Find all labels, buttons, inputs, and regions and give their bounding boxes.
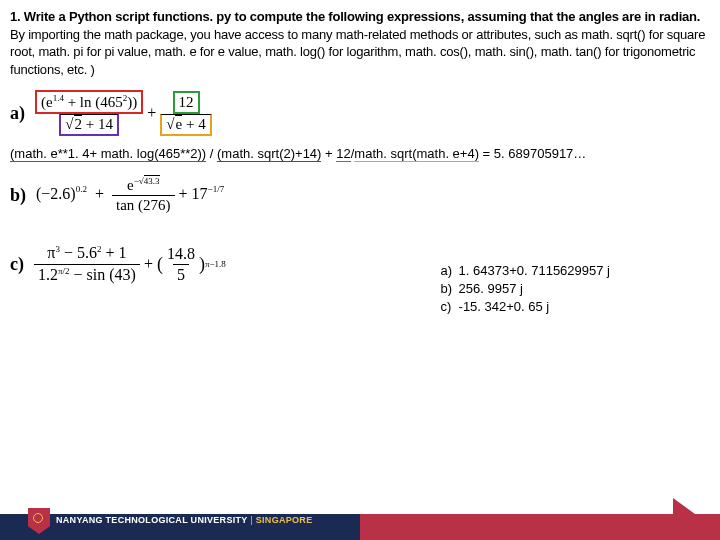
numerator-a1-box: (e1.4 + ln (4652)) — [35, 90, 143, 114]
label-a: a) — [10, 103, 25, 124]
fraction-a2: 12 e + 4 — [160, 91, 211, 136]
logo-main-text: NANYANG TECHNOLOGICAL UNIVERSITY | SINGA… — [56, 516, 312, 526]
question-rest: By importing the math package, you have … — [10, 27, 705, 77]
expression-a: a) (e1.4 + ln (4652)) 2 + 14 + 12 e + 4 — [10, 90, 710, 136]
plus-sign: + — [147, 104, 156, 122]
part-red: (math. e**1. 4+ math. log(465**2)) — [10, 146, 206, 162]
label-c: c) — [10, 254, 24, 275]
part-green: 12 — [336, 146, 350, 162]
question-bold: 1. Write a Python script functions. py t… — [10, 9, 700, 24]
sqrt-icon: 2 — [65, 116, 82, 133]
part-orange: math. sqrt(math. e+4) — [354, 146, 479, 162]
slide-content: 1. Write a Python script functions. py t… — [0, 0, 720, 285]
footer: NANYANG TECHNOLOGICAL UNIVERSITY | SINGA… — [0, 492, 720, 540]
numerator-a2-box: 12 — [173, 91, 200, 114]
answer-c: c)-15. 342+0. 65 j — [441, 298, 610, 316]
denominator-a1-box: 2 + 14 — [59, 114, 119, 136]
shield-icon — [28, 508, 50, 534]
answer-a: a)1. 64373+0. 7115629957 j — [441, 262, 610, 280]
fraction-c1: π3 − 5.62 + 1 1.2π/2 − sin (43) — [34, 243, 140, 285]
python-expression-line: (math. e**1. 4+ math. log(465**2)) / (ma… — [10, 146, 710, 161]
fraction-a1: (e1.4 + ln (4652)) 2 + 14 — [35, 90, 143, 136]
sqrt-icon: e — [166, 116, 182, 133]
part-purple: (math. sqrt(2)+14) — [217, 146, 321, 162]
answer-b: b)256. 9957 j — [441, 280, 610, 298]
question-text: 1. Write a Python script functions. py t… — [10, 8, 710, 78]
answers-list: a)1. 64373+0. 7115629957 j b)256. 9957 j… — [441, 262, 610, 317]
denominator-a2-box: e + 4 — [160, 114, 211, 136]
label-b: b) — [10, 185, 26, 206]
fraction-c2: 14.8 5 — [163, 244, 199, 285]
result: = 5. 689705917… — [479, 146, 586, 161]
expression-b: b) (−2.6)0.2 + e−√43.3 tan (276) + 17−1/… — [10, 175, 710, 215]
fraction-b: e−√43.3 tan (276) — [112, 175, 175, 215]
university-logo: NANYANG TECHNOLOGICAL UNIVERSITY | SINGA… — [28, 508, 312, 534]
